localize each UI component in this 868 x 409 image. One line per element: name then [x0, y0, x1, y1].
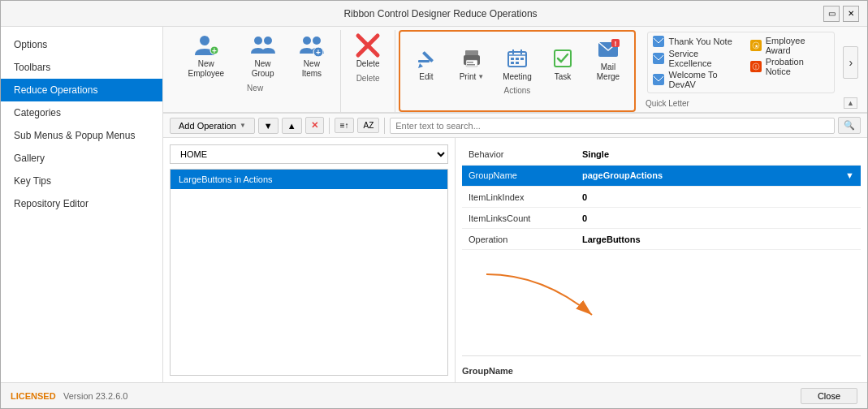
print-button[interactable]: Print ▼	[451, 43, 493, 84]
ribbon: + New Employee	[163, 27, 867, 114]
ql-label-employee-award: Employee Award	[766, 36, 829, 55]
svg-point-6	[313, 37, 321, 45]
sidebar: Options Toolbars Reduce Operations Categ…	[1, 27, 163, 382]
svg-text:★: ★	[754, 44, 758, 49]
ribbon-group-actions-items: Edit	[405, 33, 629, 84]
sidebar-item-submenus[interactable]: Sub Menus & Popup Menus	[1, 124, 162, 147]
svg-rect-11	[418, 60, 430, 62]
add-operation-button[interactable]: Add Operation ▼	[170, 118, 255, 134]
edit-label: Edit	[419, 72, 433, 82]
licensed-label: LICENSED	[11, 391, 56, 401]
delete-icon	[355, 32, 381, 58]
ribbon-content: + New Employee	[163, 27, 867, 112]
task-button[interactable]: Task	[542, 43, 584, 84]
svg-rect-32	[654, 37, 663, 45]
prop-name-operation: Operation	[462, 229, 576, 250]
new-items-button[interactable]: + New Items	[290, 30, 335, 81]
prop-name-groupname: GroupName	[462, 165, 576, 186]
prop-name-itemlinkindex: ItemLinkIndex	[462, 187, 576, 208]
quick-letter-next-button[interactable]: ›	[843, 46, 858, 79]
titlebar: Ribbon Control Designer Reduce Operation…	[1, 1, 867, 27]
ribbon-delete-group-label: Delete	[356, 74, 380, 83]
prop-value-itemlinkscount: 0	[576, 208, 861, 229]
svg-rect-18	[467, 64, 475, 66]
properties-panel: Behavior Single GroupName pageGroupActio…	[456, 138, 867, 382]
svg-point-4	[264, 37, 272, 45]
search-input[interactable]	[390, 118, 835, 134]
sidebar-item-keytips[interactable]: Key Tips	[1, 170, 162, 192]
task-icon	[550, 45, 576, 71]
svg-rect-33	[654, 54, 663, 62]
ql-label-thank-you: Thank You Note	[668, 37, 743, 46]
list-item-large-buttons[interactable]: LargeButtons in Actions	[171, 170, 447, 189]
collapse-btn[interactable]: ▲	[844, 97, 857, 109]
ql-item-employee-award[interactable]: ★ Employee Award	[750, 36, 829, 55]
az-sort-icon[interactable]: AZ	[357, 118, 379, 133]
ql-dot-service	[653, 53, 664, 64]
new-employee-label: New Employee	[180, 59, 232, 79]
svg-point-5	[303, 37, 311, 45]
ribbon-wrapper: + New Employee	[163, 27, 867, 112]
mail-merge-label: Mail Merge	[591, 62, 625, 82]
close-button[interactable]: Close	[801, 388, 857, 404]
arrow-annotation	[462, 266, 624, 331]
task-label: Task	[555, 72, 572, 82]
delete-label: Delete	[356, 59, 380, 69]
titlebar-title: Ribbon Control Designer Reduce Operation…	[58, 8, 823, 19]
svg-rect-27	[516, 62, 519, 64]
ql-col-right: ★ Employee Award !	[750, 36, 829, 89]
svg-point-0	[200, 36, 209, 45]
sidebar-item-repository-editor[interactable]: Repository Editor	[1, 192, 162, 215]
prop-row-groupname[interactable]: GroupName pageGroupActions ▼	[462, 165, 861, 186]
mail-merge-button[interactable]: ! Mail Merge	[587, 33, 629, 84]
ql-dot-employee-award: ★	[750, 40, 762, 51]
svg-rect-25	[520, 58, 524, 60]
mail-merge-icon: !	[595, 36, 621, 62]
svg-rect-16	[466, 60, 477, 67]
remove-operation-button[interactable]: ✕	[305, 117, 324, 134]
sidebar-item-gallery[interactable]: Gallery	[1, 147, 162, 170]
sidebar-item-options[interactable]: Options	[1, 33, 162, 56]
ribbon-group-quick-letter: Thank You Note Service Excellence	[639, 30, 861, 112]
prop-value-groupname: pageGroupActions ▼	[576, 165, 861, 186]
prop-row-itemlinkscount: ItemLinksCount 0	[462, 208, 861, 229]
list-items: LargeButtons in Actions	[170, 169, 448, 376]
move-up-button[interactable]: ▲	[282, 118, 302, 134]
prop-value-behavior: Single	[576, 144, 861, 165]
ribbon-group-new-items: + New Employee	[176, 30, 334, 81]
svg-text:+: +	[212, 46, 217, 55]
close-window-button[interactable]: ✕	[843, 6, 859, 22]
prop-name-itemlinkscount: ItemLinksCount	[462, 208, 576, 229]
titlebar-controls: ▭ ✕	[823, 6, 859, 22]
home-dropdown[interactable]: HOME	[170, 144, 448, 164]
ql-item-thank-you[interactable]: Thank You Note	[653, 36, 743, 47]
prop-row-behavior: Behavior Single	[462, 144, 861, 165]
delete-button[interactable]: Delete	[347, 30, 389, 71]
new-group-button[interactable]: New Group	[240, 30, 287, 81]
new-group-label: New Group	[244, 59, 283, 79]
prop-value-itemlinkindex: 0	[576, 187, 861, 208]
ribbon-group-new: + New Employee	[170, 30, 341, 112]
prop-value-operation: LargeButtons	[576, 229, 861, 250]
edit-icon	[413, 45, 439, 71]
properties-table: Behavior Single GroupName pageGroupActio…	[462, 144, 861, 250]
new-employee-icon: +	[193, 32, 219, 58]
move-down-button[interactable]: ▼	[258, 118, 279, 134]
meeting-button[interactable]: Meeting	[496, 43, 538, 84]
ql-item-welcome[interactable]: Welcome To DevAV	[653, 70, 743, 89]
ql-item-probation[interactable]: ! Probation Notice	[750, 57, 829, 76]
print-dropdown-arrow: ▼	[477, 73, 484, 81]
sort-icon[interactable]: ≡↑	[335, 118, 355, 133]
sidebar-item-reduce-operations[interactable]: Reduce Operations	[1, 79, 162, 101]
ql-label-welcome: Welcome To DevAV	[668, 70, 743, 89]
groupname-dropdown-arrow[interactable]: ▼	[845, 170, 854, 180]
ql-label-service: Service Excellence	[668, 49, 743, 68]
sidebar-item-categories[interactable]: Categories	[1, 101, 162, 124]
sidebar-item-toolbars[interactable]: Toolbars	[1, 56, 162, 79]
ql-item-service[interactable]: Service Excellence	[653, 49, 743, 68]
new-employee-button[interactable]: + New Employee	[176, 30, 236, 81]
search-button[interactable]: 🔍	[838, 117, 861, 134]
toolbar-separator-2	[384, 118, 385, 134]
edit-button[interactable]: Edit	[405, 43, 447, 84]
restore-button[interactable]: ▭	[823, 6, 840, 22]
